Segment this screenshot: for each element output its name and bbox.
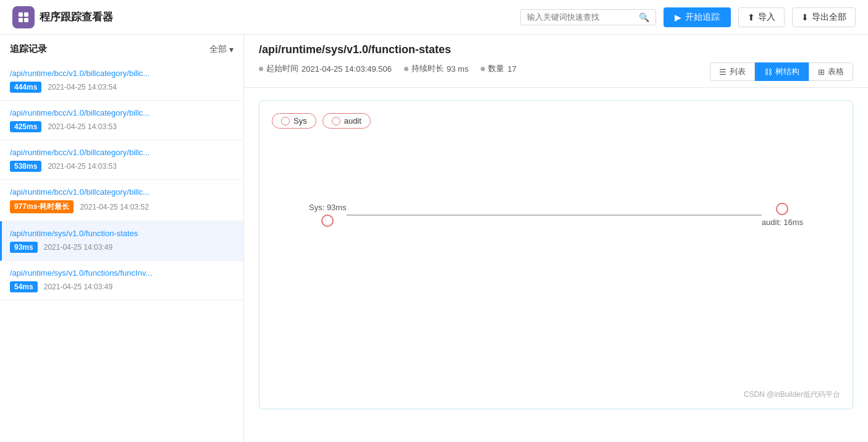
view-tabs: ☰ 列表 ⛓ 树结构 ⊞ 表格 [710,62,853,81]
trace-item-badge: 977ms-耗时最长 [10,200,74,213]
main-meta: 起始时间 2021-04-25 14:03:49.506 持续时长 93 ms … [259,63,516,74]
conn-circle-to [776,203,788,215]
header: 程序跟踪查看器 🔍 ▶ 开始追踪 ⬆ 导入 ⬇ 导出全部 [0,0,868,35]
conn-from-label: Sys: 93ms [309,203,347,212]
tab-tree[interactable]: ⛓ 树结构 [755,62,809,81]
node-pill-audit: audit [322,113,371,129]
trace-item[interactable]: /api/runtime/bcc/v1.0/billcategory/billc… [0,101,243,140]
import-button[interactable]: ⬆ 导入 [738,7,785,27]
node-pill-label-audit: audit [344,116,361,125]
trace-item-url: /api/runtime/bcc/v1.0/billcategory/billc… [10,69,234,78]
node-pills: Sys audit [272,113,840,129]
chevron-down-icon: ▾ [229,45,234,54]
watermark: CSDN @inBuilder低代码平台 [744,389,840,400]
trace-item-time: 2021-04-25 14:03:53 [48,122,116,131]
meta-row: 起始时间 2021-04-25 14:03:49.506 持续时长 93 ms … [259,62,853,81]
conn-line [347,215,762,216]
trace-item-time: 2021-04-25 14:03:49 [44,243,112,252]
duration-meta: 持续时长 93 ms [404,63,468,74]
app-title: 程序跟踪查看器 [40,10,113,24]
trace-item-badge: 538ms [10,161,41,172]
trace-item-badge: 93ms [10,242,38,253]
trace-item-meta: 538ms 2021-04-25 14:03:53 [10,161,234,172]
duration-value: 93 ms [447,64,468,74]
sidebar-filter[interactable]: 全部 ▾ [209,44,234,55]
conn-to-label: audit: 16ms [762,218,803,227]
pill-circle-audit [332,117,340,125]
trace-item-time: 2021-04-25 14:03:49 [44,283,112,291]
filter-label: 全部 [209,44,227,55]
export-button[interactable]: ⬇ 导出全部 [792,7,856,27]
sidebar-header: 追踪记录 全部 ▾ [0,35,243,61]
svg-rect-0 [19,12,23,17]
start-time-meta: 起始时间 2021-04-25 14:03:49.506 [259,63,392,74]
tree-canvas: Sys audit Sys: 93ms [259,100,853,409]
trace-item-meta: 425ms 2021-04-25 14:03:53 [10,121,234,132]
trace-item-time: 2021-04-25 14:03:54 [48,83,116,91]
meta-dot [259,67,263,71]
trace-item-url: /api/runtime/bcc/v1.0/billcategory/billc… [10,148,234,157]
main-layout: 追踪记录 全部 ▾ /api/runtime/bcc/v1.0/billcate… [0,35,868,442]
trace-item-time: 2021-04-25 14:03:53 [48,162,116,171]
svg-rect-1 [24,12,28,17]
table-icon: ⊞ [818,67,825,77]
export-icon: ⬇ [801,12,809,22]
trace-item-meta: 977ms-耗时最长 2021-04-25 14:03:52 [10,200,234,213]
trace-item-url: /api/runtime/bcc/v1.0/billcategory/billc… [10,108,234,117]
tab-list[interactable]: ☰ 列表 [710,62,755,81]
start-time-value: 2021-04-25 14:03:49.506 [301,64,392,74]
conn-node-from: Sys: 93ms [309,203,347,227]
connection-area: Sys: 93ms audit: 16ms [272,203,840,227]
sidebar: 追踪记录 全部 ▾ /api/runtime/bcc/v1.0/billcate… [0,35,244,442]
tab-table[interactable]: ⊞ 表格 [809,62,853,81]
main-content: /api/runtime/sys/v1.0/function-states 起始… [244,35,868,442]
conn-circle-from [321,215,334,227]
trace-item-badge: 425ms [10,121,41,132]
trace-item-meta: 93ms 2021-04-25 14:03:49 [10,242,234,253]
search-icon: 🔍 [639,12,649,22]
play-icon: ▶ [675,12,681,22]
trace-item-meta: 444ms 2021-04-25 14:03:54 [10,82,234,93]
logo-icon [12,6,35,28]
duration-label: 持续时长 [411,63,444,74]
trace-item[interactable]: /api/runtime/sys/v1.0/function-states 93… [0,221,243,261]
start-time-label: 起始时间 [266,63,298,74]
list-icon: ☰ [719,67,727,77]
app-logo-container: 程序跟踪查看器 [12,6,113,28]
main-header: /api/runtime/sys/v1.0/function-states 起始… [244,35,868,88]
conn-node-to: audit: 16ms [762,203,803,227]
trace-item[interactable]: /api/runtime/bcc/v1.0/billcategory/billc… [0,180,243,221]
start-trace-button[interactable]: ▶ 开始追踪 [664,7,731,27]
svg-rect-3 [24,18,28,22]
trace-item-url: /api/runtime/bcc/v1.0/billcategory/billc… [10,187,234,197]
sidebar-title: 追踪记录 [10,43,47,55]
trace-item-badge: 54ms [10,281,38,292]
node-pill-sys: Sys [272,113,316,129]
svg-rect-2 [19,18,23,22]
trace-list: /api/runtime/bcc/v1.0/billcategory/billc… [0,61,243,442]
trace-item-badge: 444ms [10,82,41,93]
pill-circle-sys [281,117,290,125]
count-label: 数量 [488,63,504,74]
trace-item-time: 2021-04-25 14:03:52 [80,203,148,211]
node-pill-label-sys: Sys [293,116,307,125]
trace-item[interactable]: /api/runtime/sys/v1.0/functions/funcInv.… [0,261,243,300]
import-icon: ⬆ [748,12,755,22]
search-bar[interactable]: 🔍 [520,9,656,25]
trace-item[interactable]: /api/runtime/bcc/v1.0/billcategory/billc… [0,140,243,180]
main-canvas: Sys audit Sys: 93ms [244,88,868,442]
meta-dot [404,67,408,71]
page-title: /api/runtime/sys/v1.0/function-states [259,43,853,56]
search-input[interactable] [527,12,635,22]
trace-item-url: /api/runtime/sys/v1.0/function-states [10,229,234,238]
trace-item-meta: 54ms 2021-04-25 14:03:49 [10,281,234,292]
count-meta: 数量 17 [481,63,516,74]
trace-item[interactable]: /api/runtime/bcc/v1.0/billcategory/billc… [0,61,243,101]
trace-item-url: /api/runtime/sys/v1.0/functions/funcInv.… [10,268,234,278]
meta-dot [481,67,485,71]
count-value: 17 [507,64,516,74]
tree-icon: ⛓ [764,67,772,77]
